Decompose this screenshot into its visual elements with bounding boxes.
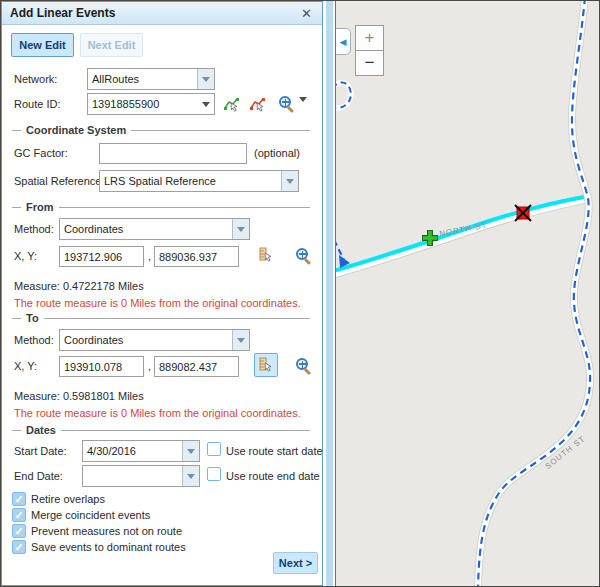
from-method-label: Method:	[14, 223, 54, 235]
retire-overlaps-checkbox[interactable]: ✓	[12, 492, 26, 506]
route-id-label: Route ID:	[14, 98, 60, 110]
gc-factor-hint: (optional)	[254, 147, 300, 159]
merge-coincident-events-label: Merge coincident events	[31, 509, 150, 521]
end-date-label: End Date:	[14, 470, 63, 482]
caret-down-icon[interactable]	[299, 102, 307, 120]
coordinate-system-legend: Coordinate System	[12, 124, 310, 136]
from-xy-label: X, Y:	[14, 250, 37, 262]
prevent-measures-checkbox[interactable]: ✓	[12, 524, 26, 538]
caret-down-icon[interactable]	[232, 219, 249, 239]
close-icon[interactable]: ✕	[299, 6, 314, 21]
route-id-dropdown[interactable]: 13918855900	[87, 93, 215, 115]
to-method-label: Method:	[14, 334, 54, 346]
zoom-to-from-point-icon[interactable]	[296, 248, 313, 265]
caret-down-icon[interactable]	[197, 69, 214, 89]
to-y-input[interactable]	[154, 356, 239, 377]
use-route-start-date-label: Use route start date	[226, 445, 323, 457]
spatial-reference-dropdown[interactable]: LRS Spatial Reference	[99, 170, 299, 192]
use-route-end-date-checkbox[interactable]	[207, 467, 221, 481]
gc-factor-input[interactable]	[99, 143, 247, 164]
dialog-titlebar[interactable]: Add Linear Events ✕	[2, 2, 322, 25]
from-y-input[interactable]	[154, 246, 239, 267]
xy-separator: ,	[148, 250, 151, 262]
from-warning-text: The route measure is 0 Miles from the or…	[14, 297, 301, 309]
zoom-in-button[interactable]: +	[355, 25, 384, 51]
select-route-end-icon[interactable]	[249, 95, 267, 113]
collapse-panel-button[interactable]: ◀	[335, 28, 351, 55]
to-method-dropdown[interactable]: Coordinates	[59, 329, 250, 351]
zoom-to-to-point-icon[interactable]	[296, 358, 313, 375]
spatial-reference-label: Spatial Reference:	[14, 175, 105, 187]
caret-down-icon[interactable]	[182, 441, 199, 461]
save-events-dominant-label: Save events to dominant routes	[31, 541, 186, 553]
caret-down-icon[interactable]	[182, 466, 199, 486]
to-legend: To	[12, 312, 310, 324]
to-measure-text: Measure: 0.5981801 Miles	[14, 390, 144, 402]
start-date-dropdown[interactable]: 4/30/2016	[82, 440, 200, 462]
from-legend: From	[12, 201, 310, 213]
map-graphics	[336, 1, 599, 586]
use-route-end-date-label: Use route end date	[226, 470, 320, 482]
use-route-start-date-checkbox[interactable]	[207, 442, 221, 456]
save-events-dominant-checkbox[interactable]: ✓	[12, 540, 26, 554]
network-dropdown[interactable]: AllRoutes	[87, 68, 215, 90]
pick-from-coordinates-icon[interactable]	[257, 246, 275, 264]
retire-overlaps-label: Retire overlaps	[31, 493, 105, 505]
start-date-label: Start Date:	[14, 445, 67, 457]
map-zoom-control: + −	[355, 25, 384, 76]
map-view[interactable]: NORTH ST SOUTH ST ◀ + −	[335, 1, 599, 586]
end-date-dropdown[interactable]	[82, 465, 200, 487]
select-route-start-icon[interactable]	[223, 95, 241, 113]
dialog-title: Add Linear Events	[10, 6, 299, 20]
zoom-to-route-icon[interactable]	[279, 96, 296, 113]
dates-legend: Dates	[12, 424, 310, 436]
panel-splitter[interactable]	[323, 1, 335, 586]
gc-factor-label: GC Factor:	[14, 147, 68, 159]
from-x-input[interactable]	[59, 246, 144, 267]
new-edit-button[interactable]: New Edit	[11, 33, 74, 57]
network-label: Network:	[14, 73, 57, 85]
caret-down-icon[interactable]	[281, 171, 298, 191]
to-x-input[interactable]	[59, 356, 144, 377]
merge-coincident-events-checkbox[interactable]: ✓	[12, 508, 26, 522]
to-xy-label: X, Y:	[14, 360, 37, 372]
add-linear-events-dialog: Add Linear Events ✕ New Edit Next Edit N…	[1, 1, 323, 586]
zoom-out-button[interactable]: −	[355, 50, 384, 76]
caret-down-icon[interactable]	[197, 94, 214, 114]
to-point-marker	[515, 205, 531, 221]
pick-to-coordinates-icon[interactable]	[254, 353, 278, 377]
caret-down-icon[interactable]	[232, 330, 249, 350]
application-window: Add Linear Events ✕ New Edit Next Edit N…	[0, 0, 600, 587]
next-button[interactable]: Next >	[273, 552, 318, 574]
from-method-dropdown[interactable]: Coordinates	[59, 218, 250, 240]
collapse-left-icon: ◀	[340, 37, 347, 47]
xy-separator: ,	[148, 360, 151, 372]
next-edit-button: Next Edit	[80, 33, 143, 57]
to-warning-text: The route measure is 0 Miles from the or…	[14, 407, 301, 419]
from-measure-text: Measure: 0.4722178 Miles	[14, 280, 144, 292]
prevent-measures-label: Prevent measures not on route	[31, 525, 182, 537]
